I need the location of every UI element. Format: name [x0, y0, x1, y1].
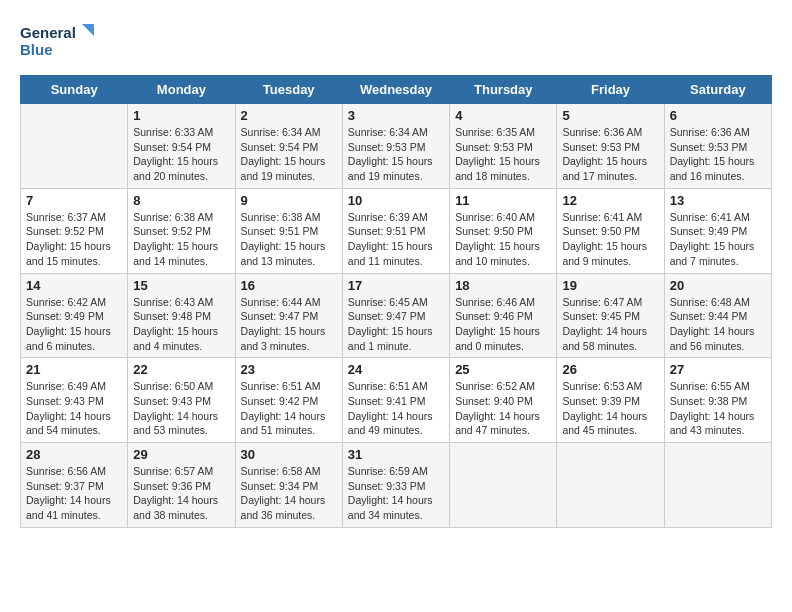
day-info: Sunrise: 6:34 AM Sunset: 9:53 PM Dayligh…	[348, 125, 444, 184]
day-info: Sunrise: 6:38 AM Sunset: 9:52 PM Dayligh…	[133, 210, 229, 269]
day-number: 7	[26, 193, 122, 208]
day-number: 9	[241, 193, 337, 208]
calendar-cell: 31Sunrise: 6:59 AM Sunset: 9:33 PM Dayli…	[342, 443, 449, 528]
day-info: Sunrise: 6:38 AM Sunset: 9:51 PM Dayligh…	[241, 210, 337, 269]
calendar-cell: 27Sunrise: 6:55 AM Sunset: 9:38 PM Dayli…	[664, 358, 771, 443]
calendar-cell: 20Sunrise: 6:48 AM Sunset: 9:44 PM Dayli…	[664, 273, 771, 358]
day-number: 21	[26, 362, 122, 377]
calendar-cell: 25Sunrise: 6:52 AM Sunset: 9:40 PM Dayli…	[450, 358, 557, 443]
day-number: 23	[241, 362, 337, 377]
day-number: 25	[455, 362, 551, 377]
day-info: Sunrise: 6:41 AM Sunset: 9:50 PM Dayligh…	[562, 210, 658, 269]
day-info: Sunrise: 6:45 AM Sunset: 9:47 PM Dayligh…	[348, 295, 444, 354]
logo-svg: General Blue	[20, 20, 100, 65]
day-info: Sunrise: 6:36 AM Sunset: 9:53 PM Dayligh…	[670, 125, 766, 184]
day-info: Sunrise: 6:51 AM Sunset: 9:42 PM Dayligh…	[241, 379, 337, 438]
week-row-4: 21Sunrise: 6:49 AM Sunset: 9:43 PM Dayli…	[21, 358, 772, 443]
day-info: Sunrise: 6:44 AM Sunset: 9:47 PM Dayligh…	[241, 295, 337, 354]
day-number: 14	[26, 278, 122, 293]
calendar-cell: 24Sunrise: 6:51 AM Sunset: 9:41 PM Dayli…	[342, 358, 449, 443]
day-info: Sunrise: 6:48 AM Sunset: 9:44 PM Dayligh…	[670, 295, 766, 354]
day-number: 8	[133, 193, 229, 208]
calendar-cell: 29Sunrise: 6:57 AM Sunset: 9:36 PM Dayli…	[128, 443, 235, 528]
calendar-cell: 28Sunrise: 6:56 AM Sunset: 9:37 PM Dayli…	[21, 443, 128, 528]
day-number: 24	[348, 362, 444, 377]
calendar-cell: 1Sunrise: 6:33 AM Sunset: 9:54 PM Daylig…	[128, 104, 235, 189]
calendar-cell: 11Sunrise: 6:40 AM Sunset: 9:50 PM Dayli…	[450, 188, 557, 273]
day-info: Sunrise: 6:58 AM Sunset: 9:34 PM Dayligh…	[241, 464, 337, 523]
day-number: 31	[348, 447, 444, 462]
calendar-cell: 3Sunrise: 6:34 AM Sunset: 9:53 PM Daylig…	[342, 104, 449, 189]
calendar-cell: 4Sunrise: 6:35 AM Sunset: 9:53 PM Daylig…	[450, 104, 557, 189]
day-info: Sunrise: 6:52 AM Sunset: 9:40 PM Dayligh…	[455, 379, 551, 438]
weekday-header-row: SundayMondayTuesdayWednesdayThursdayFrid…	[21, 76, 772, 104]
week-row-5: 28Sunrise: 6:56 AM Sunset: 9:37 PM Dayli…	[21, 443, 772, 528]
week-row-2: 7Sunrise: 6:37 AM Sunset: 9:52 PM Daylig…	[21, 188, 772, 273]
day-number: 15	[133, 278, 229, 293]
day-number: 4	[455, 108, 551, 123]
day-number: 29	[133, 447, 229, 462]
calendar-cell: 6Sunrise: 6:36 AM Sunset: 9:53 PM Daylig…	[664, 104, 771, 189]
calendar-cell	[450, 443, 557, 528]
calendar-cell: 10Sunrise: 6:39 AM Sunset: 9:51 PM Dayli…	[342, 188, 449, 273]
day-number: 20	[670, 278, 766, 293]
svg-text:General: General	[20, 24, 76, 41]
day-number: 10	[348, 193, 444, 208]
day-number: 19	[562, 278, 658, 293]
weekday-header-tuesday: Tuesday	[235, 76, 342, 104]
svg-text:Blue: Blue	[20, 41, 53, 58]
day-info: Sunrise: 6:59 AM Sunset: 9:33 PM Dayligh…	[348, 464, 444, 523]
day-info: Sunrise: 6:57 AM Sunset: 9:36 PM Dayligh…	[133, 464, 229, 523]
calendar-cell	[21, 104, 128, 189]
day-info: Sunrise: 6:41 AM Sunset: 9:49 PM Dayligh…	[670, 210, 766, 269]
day-number: 27	[670, 362, 766, 377]
calendar-cell: 17Sunrise: 6:45 AM Sunset: 9:47 PM Dayli…	[342, 273, 449, 358]
weekday-header-monday: Monday	[128, 76, 235, 104]
calendar-cell: 13Sunrise: 6:41 AM Sunset: 9:49 PM Dayli…	[664, 188, 771, 273]
day-info: Sunrise: 6:47 AM Sunset: 9:45 PM Dayligh…	[562, 295, 658, 354]
day-info: Sunrise: 6:35 AM Sunset: 9:53 PM Dayligh…	[455, 125, 551, 184]
day-number: 26	[562, 362, 658, 377]
weekday-header-saturday: Saturday	[664, 76, 771, 104]
day-number: 17	[348, 278, 444, 293]
day-number: 18	[455, 278, 551, 293]
day-number: 5	[562, 108, 658, 123]
day-info: Sunrise: 6:49 AM Sunset: 9:43 PM Dayligh…	[26, 379, 122, 438]
page-header: General Blue	[20, 20, 772, 65]
calendar-cell: 23Sunrise: 6:51 AM Sunset: 9:42 PM Dayli…	[235, 358, 342, 443]
calendar-cell: 16Sunrise: 6:44 AM Sunset: 9:47 PM Dayli…	[235, 273, 342, 358]
day-info: Sunrise: 6:50 AM Sunset: 9:43 PM Dayligh…	[133, 379, 229, 438]
day-info: Sunrise: 6:42 AM Sunset: 9:49 PM Dayligh…	[26, 295, 122, 354]
day-number: 11	[455, 193, 551, 208]
calendar-cell: 2Sunrise: 6:34 AM Sunset: 9:54 PM Daylig…	[235, 104, 342, 189]
day-info: Sunrise: 6:36 AM Sunset: 9:53 PM Dayligh…	[562, 125, 658, 184]
weekday-header-sunday: Sunday	[21, 76, 128, 104]
day-info: Sunrise: 6:46 AM Sunset: 9:46 PM Dayligh…	[455, 295, 551, 354]
day-info: Sunrise: 6:33 AM Sunset: 9:54 PM Dayligh…	[133, 125, 229, 184]
week-row-3: 14Sunrise: 6:42 AM Sunset: 9:49 PM Dayli…	[21, 273, 772, 358]
calendar-cell: 14Sunrise: 6:42 AM Sunset: 9:49 PM Dayli…	[21, 273, 128, 358]
day-info: Sunrise: 6:55 AM Sunset: 9:38 PM Dayligh…	[670, 379, 766, 438]
calendar-cell: 7Sunrise: 6:37 AM Sunset: 9:52 PM Daylig…	[21, 188, 128, 273]
calendar-cell: 5Sunrise: 6:36 AM Sunset: 9:53 PM Daylig…	[557, 104, 664, 189]
week-row-1: 1Sunrise: 6:33 AM Sunset: 9:54 PM Daylig…	[21, 104, 772, 189]
day-number: 12	[562, 193, 658, 208]
day-number: 2	[241, 108, 337, 123]
day-info: Sunrise: 6:40 AM Sunset: 9:50 PM Dayligh…	[455, 210, 551, 269]
day-info: Sunrise: 6:37 AM Sunset: 9:52 PM Dayligh…	[26, 210, 122, 269]
day-info: Sunrise: 6:51 AM Sunset: 9:41 PM Dayligh…	[348, 379, 444, 438]
calendar-cell: 12Sunrise: 6:41 AM Sunset: 9:50 PM Dayli…	[557, 188, 664, 273]
day-number: 3	[348, 108, 444, 123]
svg-marker-3	[82, 24, 94, 36]
day-info: Sunrise: 6:34 AM Sunset: 9:54 PM Dayligh…	[241, 125, 337, 184]
day-info: Sunrise: 6:43 AM Sunset: 9:48 PM Dayligh…	[133, 295, 229, 354]
day-number: 28	[26, 447, 122, 462]
calendar-cell	[664, 443, 771, 528]
calendar-cell: 15Sunrise: 6:43 AM Sunset: 9:48 PM Dayli…	[128, 273, 235, 358]
day-number: 1	[133, 108, 229, 123]
logo: General Blue	[20, 20, 100, 65]
day-info: Sunrise: 6:56 AM Sunset: 9:37 PM Dayligh…	[26, 464, 122, 523]
calendar-cell: 21Sunrise: 6:49 AM Sunset: 9:43 PM Dayli…	[21, 358, 128, 443]
calendar-cell: 26Sunrise: 6:53 AM Sunset: 9:39 PM Dayli…	[557, 358, 664, 443]
weekday-header-wednesday: Wednesday	[342, 76, 449, 104]
